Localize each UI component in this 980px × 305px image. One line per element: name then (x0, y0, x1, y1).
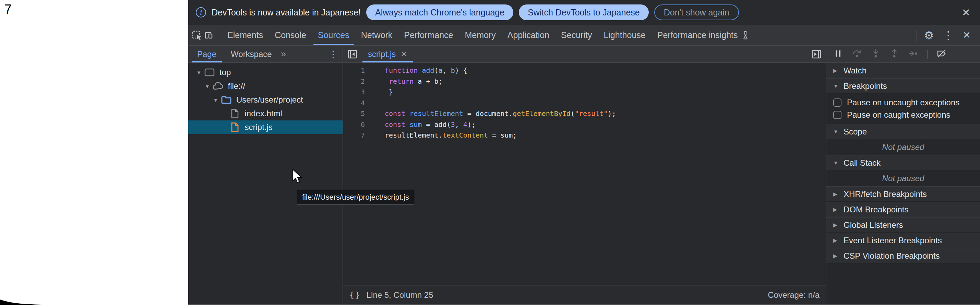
section-title: DOM Breakpoints (843, 205, 908, 214)
line-number[interactable]: 6 (343, 120, 382, 130)
line-number[interactable]: 2 (343, 76, 382, 87)
code-line-1: 1function add(a, b) { (343, 65, 826, 76)
collapsed-triangle-icon: ▶ (833, 206, 843, 213)
step-out-icon[interactable] (889, 49, 899, 60)
checkbox-pause-on-caught-exceptions[interactable] (833, 111, 842, 119)
tab-security[interactable]: Security (555, 25, 598, 45)
debugger-sidebar: ▶Watch▼BreakpointsPause on uncaught exce… (826, 46, 980, 304)
code-text: const sum = add(3, 4); (382, 120, 476, 130)
tab-lighthouse[interactable]: Lighthouse (598, 25, 651, 45)
file-tree: ▼top▼file://▼Users/user/projectindex.htm… (188, 63, 342, 304)
deactivate-breakpoints-icon[interactable] (937, 49, 947, 60)
navigator-kebab-icon[interactable]: ⋮ (324, 46, 342, 62)
step-over-icon[interactable] (852, 49, 862, 60)
folder-icon (220, 95, 232, 105)
file-script-icon (229, 122, 241, 133)
code-text (382, 98, 385, 109)
checkbox-row-pause-on-caught-exceptions: Pause on caught exceptions (826, 109, 980, 121)
tree-item-users-user-project[interactable]: ▼Users/user/project (188, 93, 342, 107)
tab-performance[interactable]: Performance (398, 25, 459, 45)
pretty-print-icon[interactable]: {} (349, 291, 361, 300)
frame-icon (203, 67, 216, 78)
tab-label: Console (275, 30, 306, 40)
tab-label: Security (561, 30, 592, 40)
pause-icon[interactable] (833, 49, 843, 60)
inspect-element-icon[interactable] (191, 25, 203, 45)
tab-label: Performance insights (657, 30, 738, 40)
tab-application[interactable]: Application (502, 25, 555, 45)
tree-item-script-js[interactable]: script.js (188, 120, 342, 134)
collapsed-triangle-icon: ▶ (833, 191, 843, 197)
section-header-breakpoints[interactable]: ▼Breakpoints (826, 78, 980, 94)
infobar-close-icon[interactable]: ✕ (960, 6, 972, 19)
collapsed-triangle-icon: ▶ (833, 238, 843, 244)
paused-status-text: Not paused (826, 139, 980, 155)
tree-item-label: index.html (245, 109, 282, 118)
tree-item-label: Users/user/project (236, 95, 303, 105)
tree-item-index-html[interactable]: index.html (188, 107, 342, 120)
device-toolbar-icon[interactable] (203, 25, 214, 45)
step-into-icon[interactable] (871, 49, 881, 60)
switch-to-japanese-button[interactable]: Switch DevTools to Japanese (519, 5, 649, 20)
section-header-watch[interactable]: ▶Watch (826, 63, 980, 78)
tab-sources[interactable]: Sources (312, 25, 355, 45)
code-text: } (382, 87, 393, 98)
more-tabs-icon[interactable]: » (277, 46, 290, 62)
navigator-tab-workspace[interactable]: Workspace (225, 46, 277, 62)
editor-tab-script-js[interactable]: script.js ✕ (362, 46, 414, 62)
editor-pane: script.js ✕ 1function add(a, b) {2 retur… (343, 46, 826, 304)
section-header-global-listeners[interactable]: ▶Global Listeners (826, 217, 980, 233)
section-header-event-listener-breakpoints[interactable]: ▶Event Listener Breakpoints (826, 233, 980, 248)
code-editor[interactable]: 1function add(a, b) {2 return a + b;3 }4… (343, 63, 826, 285)
checkbox-pause-on-uncaught-exceptions[interactable] (833, 99, 842, 107)
step-icon[interactable] (908, 49, 918, 60)
dont-show-again-button[interactable]: Don't show again (654, 5, 739, 20)
always-match-language-button[interactable]: Always match Chrome's language (366, 5, 513, 20)
editor-tab-close-icon[interactable]: ✕ (401, 50, 407, 59)
line-number[interactable]: 4 (343, 98, 382, 109)
tab-label: Lighthouse (603, 30, 645, 40)
section-header-csp-violation-breakpoints[interactable]: ▶CSP Violation Breakpoints (826, 248, 980, 263)
section-header-dom-breakpoints[interactable]: ▶DOM Breakpoints (826, 202, 980, 217)
kebab-menu-icon[interactable]: ⋮ (939, 29, 958, 42)
checkbox-row-pause-on-uncaught-exceptions: Pause on uncaught exceptions (826, 96, 980, 109)
line-number[interactable]: 3 (343, 87, 382, 98)
navigator-tab-strip: PageWorkspace (188, 46, 277, 62)
settings-gear-icon[interactable]: ⚙ (920, 29, 939, 42)
code-line-6: 6const sum = add(3, 4); (343, 120, 826, 130)
tree-item-file[interactable]: ▼file:// (188, 79, 342, 93)
toggle-debugger-sidebar-icon[interactable] (807, 46, 826, 62)
disclosure-triangle-icon[interactable]: ▼ (194, 70, 203, 75)
collapsed-triangle-icon: ▶ (833, 222, 843, 228)
paused-status-text: Not paused (826, 171, 980, 186)
tab-elements[interactable]: Elements (221, 25, 269, 45)
line-number[interactable]: 5 (343, 109, 382, 120)
tab-label: Network (361, 30, 393, 40)
collapsed-triangle-icon: ▶ (833, 67, 843, 74)
tab-performance-insights[interactable]: Performance insights (652, 25, 756, 45)
section-header-call-stack[interactable]: ▼Call Stack (826, 155, 980, 171)
code-text: return a + b; (382, 76, 443, 87)
section-title: Scope (843, 127, 867, 137)
devtools-close-icon[interactable]: ✕ (958, 29, 975, 41)
disclosure-triangle-icon[interactable]: ▼ (203, 83, 212, 89)
expanded-triangle-icon: ▼ (833, 129, 843, 134)
file-path-tooltip: file:///Users/user/project/script.js (297, 190, 414, 205)
screen: 7 i DevTools is now available in Japanes… (0, 0, 980, 305)
tab-console[interactable]: Console (269, 25, 312, 45)
editor-toolbar: script.js ✕ (343, 46, 826, 63)
tab-network[interactable]: Network (355, 25, 398, 45)
expanded-triangle-icon: ▼ (833, 83, 843, 89)
cursor-position-text: Line 5, Column 25 (367, 290, 433, 300)
line-number[interactable]: 7 (343, 130, 382, 141)
navigator-tab-page[interactable]: Page (192, 46, 222, 62)
toggle-navigator-icon[interactable] (343, 46, 362, 62)
section-header-xhr-fetch-breakpoints[interactable]: ▶XHR/fetch Breakpoints (826, 186, 980, 202)
section-title: Breakpoints (843, 81, 887, 91)
line-number[interactable]: 1 (343, 65, 382, 76)
disclosure-triangle-icon[interactable]: ▼ (211, 97, 220, 103)
section-header-scope[interactable]: ▼Scope (826, 124, 980, 139)
tab-memory[interactable]: Memory (459, 25, 501, 45)
tree-item-top[interactable]: ▼top (188, 65, 342, 79)
infobar-message: DevTools is now available in Japanese! (212, 8, 361, 18)
